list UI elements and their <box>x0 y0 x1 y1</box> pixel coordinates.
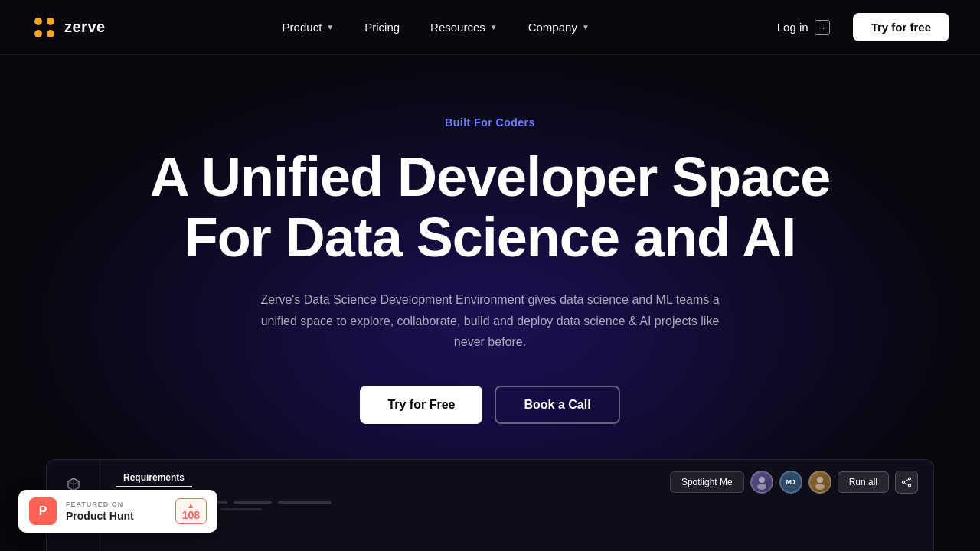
svg-point-12 <box>909 484 911 487</box>
svg-point-0 <box>34 18 42 25</box>
dashboard-main: Requirements Spotlight Me MJ Run all <box>100 460 933 551</box>
featured-label: FEATURED ON <box>66 500 166 508</box>
run-all-button[interactable]: Run all <box>838 471 889 493</box>
svg-point-6 <box>759 477 765 483</box>
product-hunt-logo: P <box>29 497 57 525</box>
product-hunt-info: FEATURED ON Product Hunt <box>66 500 166 522</box>
hero-try-free-button[interactable]: Try for Free <box>360 386 482 424</box>
hero-badge: Built For Coders <box>445 116 535 129</box>
svg-point-8 <box>817 477 823 483</box>
hero-book-call-button[interactable]: Book a Call <box>495 386 619 424</box>
try-free-button[interactable]: Try for free <box>853 13 949 41</box>
hero-section: Built For Coders A Unified Developer Spa… <box>0 55 980 470</box>
login-icon: → <box>815 20 830 35</box>
logo-text: zerve <box>64 18 106 36</box>
chevron-down-icon: ▼ <box>490 23 498 31</box>
hero-title: A Unified Developer Space For Data Scien… <box>150 147 831 268</box>
nav-resources[interactable]: Resources ▼ <box>416 15 511 40</box>
chevron-down-icon: ▼ <box>326 23 334 31</box>
nav-pricing[interactable]: Pricing <box>351 15 413 40</box>
nav-product[interactable]: Product ▼ <box>269 15 348 40</box>
hero-subtitle: Zerve's Data Science Development Environ… <box>245 289 735 352</box>
zerve-logo-icon <box>31 14 58 41</box>
svg-point-1 <box>47 18 54 25</box>
svg-point-7 <box>757 484 766 490</box>
product-hunt-badge[interactable]: P FEATURED ON Product Hunt ▲ 108 <box>18 490 217 533</box>
vote-count: 108 <box>182 510 200 520</box>
nav-menu: Product ▼ Pricing Resources ▼ Company ▼ <box>269 15 603 40</box>
svg-point-10 <box>909 478 911 480</box>
nav-actions: Log in → Try for free <box>766 13 949 41</box>
nav-logo[interactable]: zerve <box>31 14 106 41</box>
svg-point-9 <box>815 484 825 490</box>
avatar-3 <box>808 471 831 494</box>
hero-cta-group: Try for Free Book a Call <box>360 386 619 424</box>
svg-point-2 <box>34 30 42 37</box>
product-hunt-name: Product Hunt <box>66 510 166 522</box>
chevron-down-icon: ▼ <box>582 23 590 31</box>
requirements-tab[interactable]: Requirements <box>116 469 192 487</box>
login-button[interactable]: Log in → <box>766 14 841 41</box>
avatar-1 <box>750 471 773 494</box>
nav-company[interactable]: Company ▼ <box>514 15 603 40</box>
svg-point-11 <box>903 481 905 484</box>
spotlight-me-button[interactable]: Spotlight Me <box>670 471 744 493</box>
product-hunt-vote-box[interactable]: ▲ 108 <box>175 498 207 524</box>
avatar-2: MJ <box>779 471 802 494</box>
share-button[interactable] <box>895 471 918 494</box>
svg-point-3 <box>47 30 54 37</box>
navbar: zerve Product ▼ Pricing Resources ▼ Comp… <box>0 0 980 55</box>
